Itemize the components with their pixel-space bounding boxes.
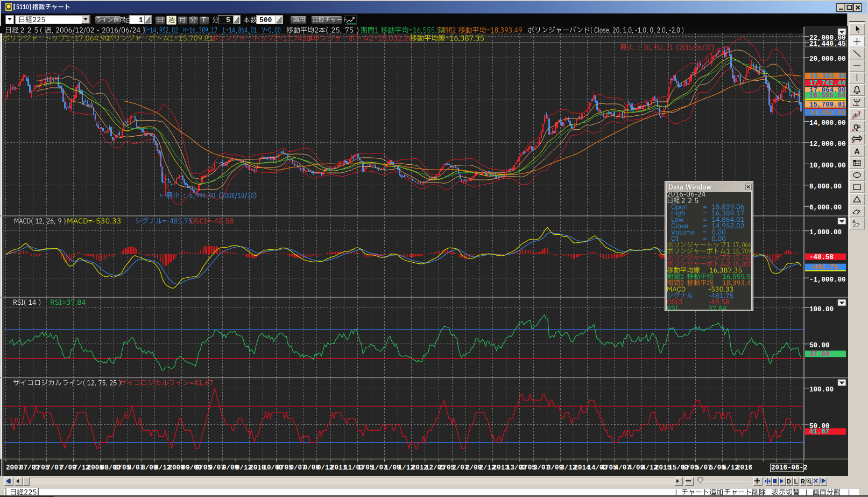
svg-text:37.84: 37.84 — [809, 351, 830, 358]
svg-text:-1,000.00: -1,000.00 — [809, 276, 846, 284]
svg-text:41.67: 41.67 — [809, 428, 830, 436]
svg-text:500: 500 — [259, 16, 272, 24]
svg-text:100.00: 100.00 — [809, 386, 834, 394]
svg-text:5: 5 — [226, 16, 230, 24]
svg-text:T: T — [202, 16, 206, 24]
svg-text:L: L — [794, 478, 798, 485]
svg-text:6,000.00: 6,000.00 — [809, 204, 842, 212]
svg-text:100.00: 100.00 — [809, 306, 834, 313]
svg-text:2016: 2016 — [736, 464, 752, 472]
svg-text:20,000.00: 20,000.00 — [809, 55, 846, 63]
svg-text:50.00: 50.00 — [809, 342, 830, 349]
svg-text:16,555.54: 16,555.54 — [809, 92, 846, 100]
svg-text:R: R — [801, 478, 806, 485]
svg-text:D: D — [787, 478, 791, 485]
svg-text:1: 1 — [139, 16, 143, 24]
svg-text:10,000.00: 10,000.00 — [809, 162, 846, 170]
svg-text:A: A — [852, 219, 856, 224]
svg-text:17,742.44: 17,742.44 — [809, 80, 846, 87]
svg-text:15,709.81: 15,709.81 — [809, 101, 846, 109]
svg-text:14,952.02: 14,952.02 — [809, 109, 846, 117]
svg-text:-48.58: -48.58 — [809, 254, 834, 261]
svg-text:14,000.00: 14,000.00 — [809, 120, 846, 127]
svg-text:A: A — [855, 147, 860, 156]
svg-text:Q: Q — [853, 123, 858, 131]
svg-text:2016-06-2: 2016-06-2 — [771, 464, 808, 472]
svg-text:21,440.45: 21,440.45 — [809, 40, 846, 48]
svg-text:1,000.00: 1,000.00 — [809, 229, 842, 236]
svg-text:12,000.00: 12,000.00 — [809, 141, 846, 148]
svg-text:-481.75: -481.75 — [809, 264, 838, 271]
svg-text:8,000.00: 8,000.00 — [809, 183, 842, 191]
